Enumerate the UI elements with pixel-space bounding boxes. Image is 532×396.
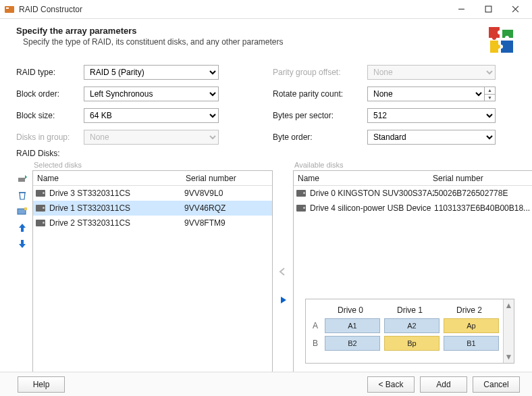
raid-disks-label: RAID Disks:: [0, 145, 532, 161]
back-button[interactable]: < Back: [367, 376, 415, 393]
move-right-icon[interactable]: [277, 294, 289, 306]
matrix-cell: A1: [325, 318, 380, 333]
rotate-parity-select[interactable]: None: [367, 86, 485, 101]
drive-icon: [36, 220, 45, 226]
byte-order-select[interactable]: Standard: [367, 130, 496, 145]
disks-in-group-label: Disks in group:: [16, 132, 84, 142]
wizard-header: Specify the array parameters Specify the…: [0, 19, 532, 65]
move-down-icon[interactable]: [16, 238, 28, 250]
svg-rect-6: [18, 178, 25, 182]
add-disk-icon[interactable]: [16, 173, 28, 185]
matrix-cell: B1: [444, 336, 499, 351]
available-col-serial: Serial number: [429, 174, 487, 183]
disks-in-group-select: None: [84, 130, 219, 145]
matrix-cell: A2: [384, 318, 440, 333]
byte-order-label: Byte order:: [273, 132, 367, 142]
drive-icon: [36, 190, 45, 197]
matrix-row: AA1A2Ap: [310, 317, 499, 335]
parity-offset-label: Parity group offset:: [273, 68, 367, 77]
maximize-button[interactable]: [475, 1, 501, 18]
block-order-select[interactable]: Left Synchronous: [84, 86, 219, 101]
rotate-parity-spinner[interactable]: ▲▼: [485, 86, 496, 101]
cancel-button[interactable]: Cancel: [473, 376, 520, 393]
move-up-icon[interactable]: [16, 222, 28, 234]
table-row[interactable]: Drive 2 ST3320311CS9VV8FTM9: [33, 216, 272, 230]
svg-rect-9: [24, 207, 27, 210]
close-button[interactable]: [502, 1, 528, 18]
parameters-form: RAID type: RAID 5 (Parity) Block order: …: [0, 65, 532, 145]
selected-disks-caption: Selected disks: [32, 161, 273, 170]
matrix-scrollbar[interactable]: ▲▼: [503, 299, 514, 363]
drive-icon: [296, 205, 306, 212]
svg-rect-0: [5, 6, 14, 13]
app-icon: [4, 4, 15, 15]
matrix-cell: Bp: [384, 336, 440, 351]
matrix-row: BB2BpB1: [310, 335, 499, 352]
table-row[interactable]: Drive 3 ST3320311CS9VV8V9L0: [33, 186, 272, 201]
parity-offset-select: None: [367, 65, 496, 80]
selected-disks-panel: Name Serial number Drive 3 ST3320311CS9V…: [32, 170, 273, 396]
matrix-header: Drive 0: [321, 305, 380, 315]
matrix-header: Drive 2: [440, 305, 499, 315]
page-subheading: Specify the type of RAID, its constituen…: [16, 37, 284, 47]
titlebar: RAID Constructor: [0, 0, 532, 19]
add-button[interactable]: Add: [420, 376, 467, 393]
move-left-icon[interactable]: [277, 266, 289, 278]
selected-col-name: Name: [33, 174, 182, 183]
puzzle-icon: [486, 26, 516, 55]
drive-icon: [296, 190, 306, 197]
window-title: RAID Constructor: [19, 5, 448, 14]
raid-type-label: RAID type:: [16, 68, 84, 77]
bytes-per-sector-label: Bytes per sector:: [273, 111, 367, 120]
parity-layout-matrix: Drive 0Drive 1Drive 2 AA1A2ApBB2BpB1 ▲▼: [305, 299, 514, 364]
svg-rect-1: [6, 7, 9, 9]
page-heading: Specify the array parameters: [16, 26, 284, 36]
available-disks-caption: Available disks: [293, 161, 532, 170]
svg-rect-3: [485, 6, 491, 12]
block-size-select[interactable]: 64 KB: [84, 108, 219, 123]
minimize-button[interactable]: [448, 1, 474, 18]
help-button[interactable]: Help: [18, 376, 65, 393]
drive-icon: [36, 205, 45, 212]
table-row[interactable]: Drive 0 KINGSTON SUV300S37A240G50026B726…: [294, 186, 532, 201]
table-row[interactable]: Drive 4 silicon-power USB Device11031337…: [294, 201, 532, 216]
matrix-header: Drive 1: [380, 305, 440, 315]
matrix-cell: B2: [325, 336, 380, 351]
matrix-cell: Ap: [444, 318, 499, 333]
block-order-label: Block order:: [16, 89, 84, 99]
available-col-name: Name: [294, 174, 429, 183]
delete-disk-icon[interactable]: [16, 189, 28, 201]
table-row[interactable]: Drive 1 ST3320311CS9VV46RQZ: [33, 201, 272, 216]
wizard-footer: Help < Back Add Cancel: [0, 372, 532, 396]
bytes-per-sector-select[interactable]: 512: [367, 108, 496, 123]
block-size-label: Block size:: [16, 111, 84, 120]
raid-type-select[interactable]: RAID 5 (Parity): [84, 65, 219, 80]
disk-props-icon[interactable]: [16, 205, 28, 218]
selected-col-serial: Serial number: [182, 174, 240, 183]
rotate-parity-label: Rotate parity count:: [273, 89, 367, 99]
